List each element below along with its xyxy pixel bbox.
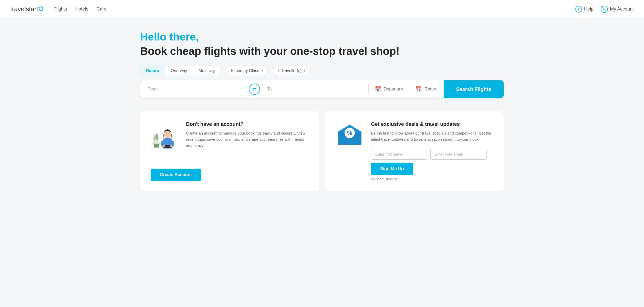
swap-button[interactable]: ⇄ <box>249 84 260 95</box>
logo-dot-icon <box>39 6 43 11</box>
cards-section: Don't have an account? Create an account… <box>140 111 504 191</box>
hero-subtitle: Book cheap flights with your one-stop tr… <box>140 45 504 57</box>
account-icon <box>601 6 608 13</box>
class-dropdown-label: Economy Class <box>231 68 259 73</box>
trip-type-multicity[interactable]: Multi-city <box>193 66 221 76</box>
trip-type-return[interactable]: Return <box>140 66 165 76</box>
search-options: Return One-way Multi-city Economy Class … <box>140 66 504 76</box>
account-card-content: Don't have an account? Create an account… <box>151 121 308 149</box>
create-account-button[interactable]: Create Account <box>151 169 201 181</box>
account-label: My Account <box>610 6 634 12</box>
to-field[interactable] <box>260 80 368 98</box>
main-nav: Flights Hotels Cars <box>54 5 575 13</box>
travellers-dropdown-label: 1 Traveller(s) <box>278 68 302 73</box>
first-name-input[interactable] <box>371 149 427 160</box>
newsletter-content: % Get exclusive deals & travel updates B… <box>336 121 493 181</box>
help-icon: ? <box>575 6 582 13</box>
account-card-text: Don't have an account? Create an account… <box>186 121 308 149</box>
main-content: Hello there, Book cheap flights with you… <box>130 18 514 204</box>
logo[interactable]: travelstart <box>10 5 43 13</box>
to-input[interactable] <box>267 87 361 92</box>
newsletter-text: Get exclusive deals & travel updates Be … <box>371 121 493 181</box>
trip-type-oneway[interactable]: One-way <box>165 66 193 76</box>
from-input[interactable] <box>148 87 242 92</box>
account-card-description: Create an account to manage your booking… <box>186 130 308 149</box>
nav-hotels[interactable]: Hotels <box>75 5 88 13</box>
account-card-title: Don't have an account? <box>186 121 308 127</box>
travellers-dropdown[interactable]: 1 Traveller(s) ▾ <box>273 66 310 76</box>
newsletter-illustration: % <box>336 121 364 147</box>
departure-field[interactable]: 📅 Departure <box>369 80 409 98</box>
class-dropdown[interactable]: Economy Class ▾ <box>226 66 268 76</box>
newsletter-form: Sign Me Up <box>371 149 493 175</box>
trip-type-group: Return One-way Multi-city <box>140 66 221 76</box>
departure-label: Departure <box>384 87 403 92</box>
account-illustration <box>151 121 179 149</box>
svg-rect-2 <box>154 144 159 148</box>
class-chevron-icon: ▾ <box>261 69 263 73</box>
no-spam-text: No spam, promise <box>371 177 493 181</box>
return-field[interactable]: 📅 Return <box>409 80 444 98</box>
search-flights-button[interactable]: Search Flights <box>444 80 504 98</box>
account-card: Don't have an account? Create an account… <box>140 111 319 191</box>
swap-icon: ⇄ <box>252 86 256 92</box>
sign-me-up-button[interactable]: Sign Me Up <box>371 163 413 175</box>
newsletter-title: Get exclusive deals & travel updates <box>371 121 493 127</box>
nav-flights[interactable]: Flights <box>54 5 67 13</box>
account-card-action: Create Account <box>151 169 308 181</box>
svg-point-9 <box>163 145 165 147</box>
travellers-chevron-icon: ▾ <box>304 69 305 73</box>
logo-text: travelstart <box>10 5 38 13</box>
newsletter-card: % Get exclusive deals & travel updates B… <box>325 111 504 191</box>
help-button[interactable]: ? Help <box>575 6 594 13</box>
nav-cars[interactable]: Cars <box>97 5 106 13</box>
return-calendar-icon: 📅 <box>416 86 422 92</box>
departure-calendar-icon: 📅 <box>375 86 381 92</box>
svg-point-0 <box>604 8 605 9</box>
return-label: Return <box>424 87 438 92</box>
header-right: ? Help My Account <box>575 6 634 13</box>
header: travelstart Flights Hotels Cars ? Help M… <box>0 0 644 18</box>
my-account-button[interactable]: My Account <box>601 6 634 13</box>
from-field[interactable] <box>140 80 249 98</box>
svg-point-10 <box>170 145 172 147</box>
email-input[interactable] <box>430 149 487 160</box>
svg-text:%: % <box>347 130 352 136</box>
newsletter-description: Be the first to know about our travel sp… <box>371 130 493 142</box>
hero-greeting: Hello there, <box>140 31 504 43</box>
help-label: Help <box>584 6 594 12</box>
search-bar: ⇄ 📅 Departure 📅 Return Search Flights <box>140 80 504 98</box>
